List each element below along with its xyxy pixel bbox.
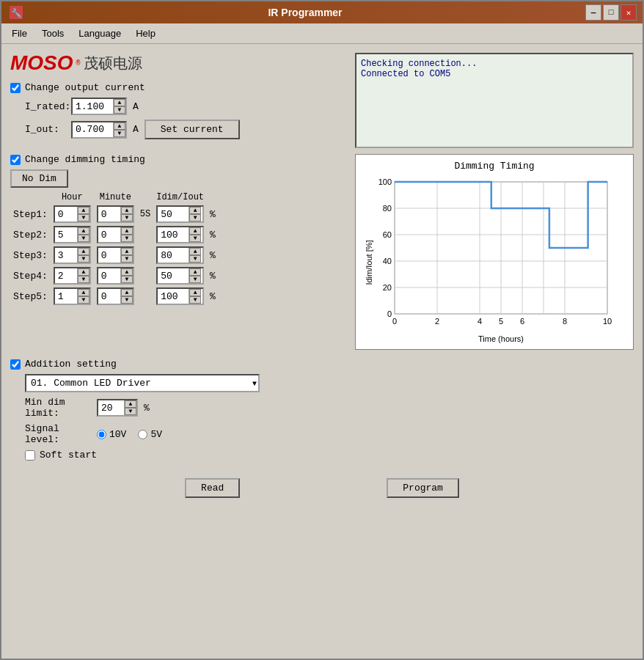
step-1-idim-spinbox[interactable]: ▲ ▼ [156,205,204,223]
i-rated-spinbox-btns: ▲ ▼ [113,99,125,114]
step-4-idim-up[interactable]: ▲ [189,268,201,276]
step-4-idim-input[interactable] [158,269,189,283]
close-button[interactable]: ✕ [621,4,637,21]
step-3-minute-down[interactable]: ▼ [121,255,133,263]
i-rated-up-btn[interactable]: ▲ [114,99,125,106]
step-3-hour-input[interactable] [55,249,77,263]
step-1-idim-down[interactable]: ▼ [189,214,201,221]
step-1-hour-down[interactable]: ▼ [78,214,89,221]
step-1-idim-input[interactable] [158,208,189,221]
step-3-hour-down[interactable]: ▼ [78,255,89,263]
step-2-hour-spinbox[interactable]: ▲ ▼ [54,226,91,243]
step-2-idim-down[interactable]: ▼ [189,235,201,242]
step-4-hour-spinbox[interactable]: ▲ ▼ [54,267,91,285]
step-4-hour-down[interactable]: ▼ [78,276,89,283]
step-1-minute-spinbox[interactable]: ▲ ▼ [97,205,134,223]
menu-help[interactable]: Help [128,25,163,42]
step-3-hour-up[interactable]: ▲ [78,248,89,255]
step-4-minute-spinbox[interactable]: ▲ ▼ [97,267,134,285]
step-4-idim-cell: ▲ ▼ [153,265,207,286]
step-5-minute-input[interactable] [98,290,120,304]
step-3-idim-spinbox[interactable]: ▲ ▼ [156,246,204,264]
min-dim-input[interactable] [98,401,124,415]
i-out-up-btn[interactable]: ▲ [114,122,125,130]
program-button[interactable]: Program [387,478,459,498]
header-minute: Minute [94,191,137,204]
min-dim-down-btn[interactable]: ▼ [125,408,136,415]
i-out-down-btn[interactable]: ▼ [114,130,125,137]
no-dim-button[interactable]: No Dim [10,169,68,188]
step-5-minute-up[interactable]: ▲ [121,289,133,296]
set-current-button[interactable]: Set current [144,120,240,139]
radio-5v[interactable] [138,430,147,439]
step-5-hour-input[interactable] [55,290,77,304]
step-1-hour-spinbox[interactable]: ▲ ▼ [54,205,91,223]
min-dim-up-btn[interactable]: ▲ [125,400,136,408]
i-rated-input[interactable] [73,100,113,114]
step-2-hour-input[interactable] [55,228,77,242]
step-3-minute-spinbox[interactable]: ▲ ▼ [97,246,134,264]
step-5-idim-up[interactable]: ▲ [189,289,201,296]
header-idim: Idim/Iout [153,191,207,204]
i-rated-down-btn[interactable]: ▼ [114,106,125,114]
menu-tools[interactable]: Tools [34,25,71,42]
step-3-idim-input[interactable] [158,249,189,263]
step-3-minute-up[interactable]: ▲ [121,248,133,255]
step-3-hour-spinbox[interactable]: ▲ ▼ [54,246,91,264]
i-out-input[interactable] [73,122,113,136]
addition-setting-checkbox-label[interactable]: Addition setting [10,359,634,370]
min-dim-spinbox[interactable]: ▲ ▼ [97,399,138,417]
step-3-minute-input[interactable] [98,249,120,263]
soft-start-checkbox[interactable] [25,450,35,461]
dimming-timing-checkbox[interactable] [10,155,21,165]
step-3-idim-up[interactable]: ▲ [189,248,201,255]
step-4-hour-up[interactable]: ▲ [78,268,89,276]
step-2-minute-spinbox[interactable]: ▲ ▼ [97,226,134,243]
driver-select[interactable]: 01. Common LED Driver 02. Other Driver [25,374,260,392]
step-5-hour-down[interactable]: ▼ [78,296,89,304]
step-1-minute-up[interactable]: ▲ [121,207,133,214]
step-1-minute-input[interactable] [98,208,120,221]
step-4-minute-input[interactable] [98,269,120,283]
radio-10v-label[interactable]: 10V [97,429,126,440]
i-out-spinbox[interactable]: ▲ ▼ [71,121,127,139]
step-4-idim-down[interactable]: ▼ [189,276,201,283]
output-current-checkbox[interactable] [10,83,21,93]
maximize-button[interactable]: □ [603,4,619,21]
read-button[interactable]: Read [185,478,240,498]
step-5-idim-down[interactable]: ▼ [189,296,201,304]
step-1-hour-input[interactable] [55,208,77,221]
soft-start-checkbox-label[interactable]: Soft start [25,450,97,461]
radio-5v-label[interactable]: 5V [138,429,162,440]
addition-setting-checkbox[interactable] [10,359,21,370]
step-5-hour-spinbox[interactable]: ▲ ▼ [54,287,91,305]
step-4-minute-up[interactable]: ▲ [121,268,133,276]
step-5-idim-input[interactable] [158,290,189,304]
step-2-idim-input[interactable] [158,228,189,242]
step-5-minute-spinbox[interactable]: ▲ ▼ [97,287,134,305]
step-1-minute-down[interactable]: ▼ [121,214,133,221]
i-rated-spinbox[interactable]: ▲ ▼ [71,98,127,115]
minimize-button[interactable]: — [585,4,601,21]
step-2-minute-up[interactable]: ▲ [121,227,133,235]
step-2-minute-down[interactable]: ▼ [121,235,133,242]
dimming-timing-checkbox-label[interactable]: Change dimming timing [10,154,346,165]
step-4-hour-input[interactable] [55,269,77,283]
radio-10v[interactable] [97,430,106,439]
menu-file[interactable]: File [4,25,34,42]
step-3-idim-down[interactable]: ▼ [189,255,201,263]
step-1-idim-up[interactable]: ▲ [189,207,201,214]
step-2-minute-input[interactable] [98,228,120,242]
step-4-idim-spinbox[interactable]: ▲ ▼ [156,267,204,285]
step-5-minute-down[interactable]: ▼ [121,296,133,304]
step-4-minute-down[interactable]: ▼ [121,276,133,283]
menu-language[interactable]: Language [71,25,128,42]
step-5-idim-spinbox[interactable]: ▲ ▼ [156,287,204,305]
step-2-hour-up[interactable]: ▲ [78,227,89,235]
step-5-hour-up[interactable]: ▲ [78,289,89,296]
output-current-checkbox-label[interactable]: Change output current [10,82,346,93]
step-2-hour-down[interactable]: ▼ [78,235,89,242]
step-2-idim-up[interactable]: ▲ [189,227,201,235]
step-2-idim-spinbox[interactable]: ▲ ▼ [156,226,204,243]
step-1-hour-up[interactable]: ▲ [78,207,89,214]
